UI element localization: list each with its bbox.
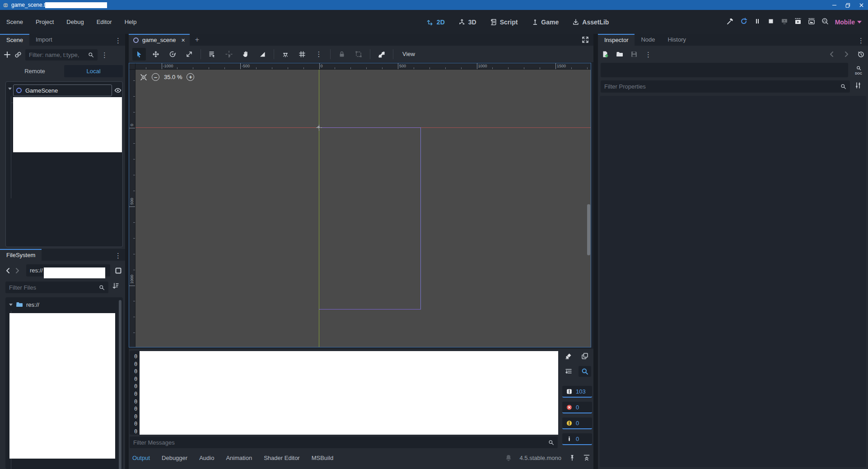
message-count-toggle[interactable]: 103 xyxy=(562,386,592,398)
build-button[interactable] xyxy=(727,18,734,26)
filesystem-scrollbar[interactable] xyxy=(119,300,121,469)
new-resource-icon[interactable] xyxy=(602,51,609,58)
edit-forward-icon[interactable] xyxy=(843,51,850,58)
renderer-dropdown[interactable]: Mobile xyxy=(835,19,862,26)
clear-log-button[interactable] xyxy=(562,351,575,361)
remote-toggle-button[interactable]: Remote xyxy=(5,65,64,77)
play-scene-button[interactable] xyxy=(794,18,802,26)
grid-snap-button[interactable] xyxy=(295,48,309,61)
scene-root-node-row[interactable]: GameScene xyxy=(13,84,112,96)
load-resource-icon[interactable] xyxy=(616,51,623,58)
move-tool-button[interactable] xyxy=(149,48,163,61)
menu-editor[interactable]: Editor xyxy=(97,19,112,25)
instance-scene-icon[interactable] xyxy=(14,51,22,58)
scene-filter-input[interactable] xyxy=(29,52,85,58)
select-tool-button[interactable] xyxy=(132,48,146,61)
property-tools-icon[interactable] xyxy=(854,82,862,89)
edit-history-icon[interactable] xyxy=(857,51,864,58)
canvas-2d[interactable]: – 35.0 % + xyxy=(135,70,591,347)
group-node-button[interactable] xyxy=(352,48,365,61)
menu-help[interactable]: Help xyxy=(125,19,137,25)
menu-scene[interactable]: Scene xyxy=(6,19,23,25)
filesystem-filter-input[interactable] xyxy=(9,284,96,291)
tab-game[interactable]: Game xyxy=(531,19,559,26)
filesystem-dock-menu-icon[interactable]: ⋮ xyxy=(111,250,125,261)
bottom-tab-debugger[interactable]: Debugger xyxy=(162,455,187,461)
eye-icon[interactable] xyxy=(114,87,121,94)
restart-button[interactable] xyxy=(740,18,747,26)
tab-node[interactable]: Node xyxy=(635,34,661,46)
menu-debug[interactable]: Debug xyxy=(66,19,84,25)
inspector-dock-menu-icon[interactable]: ⋮ xyxy=(854,35,868,46)
pick-pixel-button[interactable] xyxy=(222,48,236,61)
resource-options-icon[interactable]: ⋮ xyxy=(645,51,652,58)
bottom-tab-audio[interactable]: Audio xyxy=(199,455,214,461)
ruler-tool-button[interactable] xyxy=(256,48,269,61)
collapse-duplicates-button[interactable] xyxy=(562,366,575,377)
zoom-level[interactable]: 35.0 % xyxy=(164,74,182,80)
property-filter-input[interactable] xyxy=(604,83,838,90)
menu-project[interactable]: Project xyxy=(36,19,54,25)
tab-script[interactable]: Script xyxy=(490,19,518,26)
scale-tool-button[interactable] xyxy=(182,48,196,61)
new-scene-tab-button[interactable]: + xyxy=(190,34,205,46)
history-forward-icon[interactable] xyxy=(14,267,21,274)
zoom-in-button[interactable]: + xyxy=(187,73,194,81)
edit-back-icon[interactable] xyxy=(828,51,835,58)
bottom-tab-output[interactable]: Output xyxy=(132,455,150,461)
game-view-button[interactable] xyxy=(781,18,788,26)
tab-history[interactable]: History xyxy=(662,34,692,46)
open-docs-button[interactable]: DOC xyxy=(852,63,865,77)
save-resource-icon[interactable] xyxy=(630,51,638,58)
tab-scene-dock[interactable]: Scene xyxy=(0,34,29,46)
tree-item-res[interactable]: res:// xyxy=(9,301,39,308)
skeleton-options-button[interactable] xyxy=(375,48,388,61)
zoom-out-button[interactable]: – xyxy=(152,73,159,81)
view-menu-button[interactable]: View xyxy=(398,51,420,57)
add-node-icon[interactable] xyxy=(4,51,11,58)
expand-viewport-icon[interactable] xyxy=(582,36,589,43)
scene-tab-game-scene[interactable]: game_scene × xyxy=(129,34,190,46)
movie-maker-button[interactable] xyxy=(821,18,829,26)
tab-inspector[interactable]: Inspector xyxy=(598,34,635,46)
smart-snap-button[interactable] xyxy=(279,48,292,61)
copy-log-button[interactable] xyxy=(579,351,591,361)
bottom-tab-msbuild[interactable]: MSBuild xyxy=(312,455,333,461)
root-collapse-icon[interactable] xyxy=(8,88,12,90)
message-filter-input[interactable] xyxy=(133,439,546,446)
scene-tree-menu-icon[interactable]: ⋮ xyxy=(101,52,108,58)
pause-button[interactable] xyxy=(754,18,761,26)
tab-2d[interactable]: 2D xyxy=(427,19,445,26)
tab-import-dock[interactable]: Import xyxy=(29,34,59,46)
notification-bell-icon[interactable] xyxy=(505,454,512,461)
pin-panel-icon[interactable] xyxy=(569,454,576,461)
split-view-icon[interactable] xyxy=(115,267,122,274)
lock-node-button[interactable] xyxy=(335,48,349,61)
search-log-button[interactable] xyxy=(579,366,591,377)
close-button[interactable] xyxy=(854,0,868,10)
history-back-icon[interactable] xyxy=(5,267,12,274)
scene-dock-menu-icon[interactable]: ⋮ xyxy=(111,35,125,46)
expand-bottom-panel-icon[interactable] xyxy=(583,454,590,461)
local-toggle-button[interactable]: Local xyxy=(64,65,123,77)
rotate-tool-button[interactable] xyxy=(166,48,179,61)
stop-button[interactable] xyxy=(767,18,775,26)
restore-button[interactable] xyxy=(841,0,854,10)
canvas-vertical-scrollbar[interactable] xyxy=(587,204,590,255)
tab-assetlib[interactable]: AssetLib xyxy=(572,19,609,26)
bottom-tab-shader-editor[interactable]: Shader Editor xyxy=(264,455,300,461)
sort-files-icon[interactable] xyxy=(112,282,119,290)
editor-count-toggle[interactable]: 0 xyxy=(562,433,592,445)
pan-tool-button[interactable] xyxy=(239,48,252,61)
snap-options-menu[interactable]: ⋮ xyxy=(312,48,326,61)
list-select-button[interactable] xyxy=(205,48,219,61)
play-custom-scene-button[interactable] xyxy=(808,18,815,26)
bottom-tab-animation[interactable]: Animation xyxy=(226,455,252,461)
error-count-toggle[interactable]: 0 xyxy=(562,402,592,413)
tab-3d[interactable]: 3D xyxy=(458,19,476,26)
warning-count-toggle[interactable]: 0 xyxy=(562,417,592,429)
close-tab-icon[interactable]: × xyxy=(181,37,185,44)
center-view-icon[interactable] xyxy=(140,74,147,81)
minimize-button[interactable] xyxy=(827,0,841,10)
tab-filesystem-dock[interactable]: FileSystem xyxy=(0,249,42,261)
